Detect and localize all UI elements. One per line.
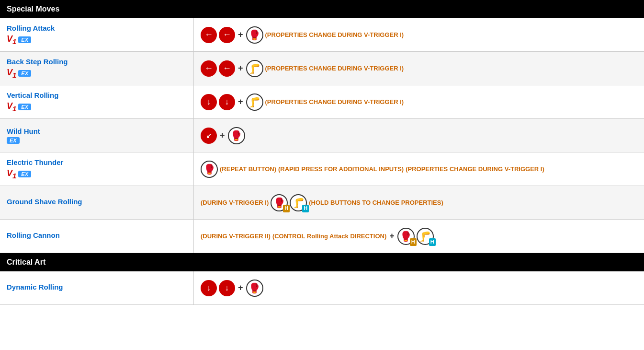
move-name: Ground Shave Rolling bbox=[7, 198, 187, 206]
move-name-col: Wild Hunt EX bbox=[0, 119, 194, 152]
badge-ex: EX bbox=[18, 171, 31, 177]
back-dir-icon2: ← bbox=[219, 27, 235, 43]
punch-icon3: 🥊 bbox=[201, 161, 218, 178]
badge-vi: V1 bbox=[7, 168, 16, 180]
down-dir-icon3: ↓ bbox=[201, 280, 217, 296]
move-input-col: (DURING V-TRIGGER I) 🥊 H 🦵 H (HOLD BUTTO… bbox=[194, 186, 644, 219]
kick-icon: 🦵 bbox=[246, 60, 263, 77]
move-row-vertical-rolling: Vertical Rolling V1 EX ↓ ↓ + 🦵 (PROPERTI… bbox=[0, 85, 644, 119]
move-name: Back Step Rolling bbox=[7, 58, 187, 66]
rapid-text: (RAPID PRESS FOR ADDITIONAL INPUTS) bbox=[278, 165, 404, 173]
down-dir-icon4: ↓ bbox=[219, 280, 235, 296]
half-back-icon: ↙ bbox=[201, 128, 217, 144]
move-row-electric-thunder: Electric Thunder V1 EX 🥊 (REPEAT BUTTON)… bbox=[0, 152, 644, 186]
special-moves-title: Special Moves bbox=[7, 5, 59, 13]
down-dir-icon: ↓ bbox=[201, 94, 217, 110]
badge-ex: EX bbox=[7, 137, 20, 144]
move-name: Rolling Attack bbox=[7, 24, 187, 32]
critical-art-title: Critical Art bbox=[7, 258, 45, 266]
move-name: Rolling Cannon bbox=[7, 231, 187, 239]
move-badges: V1 EX bbox=[7, 34, 187, 46]
repeat-text: (REPEAT BUTTON) bbox=[220, 165, 276, 173]
move-input-col: 🥊 (REPEAT BUTTON) (RAPID PRESS FOR ADDIT… bbox=[194, 152, 644, 186]
move-badges: V1 EX bbox=[7, 101, 187, 113]
critical-art-header: Critical Art bbox=[0, 253, 644, 271]
input-text: (PROPERTIES CHANGE DURING V-TRIGGER I) bbox=[265, 31, 404, 38]
badge-vi: V1 bbox=[7, 68, 16, 79]
properties-text: (PROPERTIES CHANGE DURING V-TRIGGER I) bbox=[406, 165, 544, 173]
move-input-col: ← ← + 🥊 (PROPERTIES CHANGE DURING V-TRIG… bbox=[194, 18, 644, 51]
badge-ex: EX bbox=[18, 70, 31, 77]
h-tag-orange2: H bbox=[410, 238, 417, 245]
badge-vi: V1 bbox=[7, 101, 16, 113]
plus-sign: + bbox=[389, 231, 395, 241]
move-badges: V1 EX bbox=[7, 68, 187, 79]
move-name-col: Rolling Attack V1 EX bbox=[0, 18, 194, 51]
plus-sign: + bbox=[238, 283, 243, 293]
control-text: (CONTROL Rolling Attack DIRECTION) bbox=[272, 233, 386, 240]
move-input-col: (DURING V-TRIGGER II) (CONTROL Rolling A… bbox=[194, 220, 644, 253]
move-name: Vertical Rolling bbox=[7, 91, 187, 99]
back-dir-icon: ← bbox=[201, 27, 217, 43]
move-row-back-step-rolling: Back Step Rolling V1 EX ← ← + 🦵 (PROPERT… bbox=[0, 52, 644, 85]
move-name-col: Ground Shave Rolling bbox=[0, 186, 194, 219]
move-input-col: ← ← + 🦵 (PROPERTIES CHANGE DURING V-TRIG… bbox=[194, 52, 644, 85]
punch-icon: 🥊 bbox=[246, 26, 263, 44]
kick-icon2: 🦵 bbox=[246, 93, 263, 111]
badge-ex: EX bbox=[18, 104, 31, 110]
back-dir-icon2: ← bbox=[219, 60, 235, 77]
input-text: (PROPERTIES CHANGE DURING V-TRIGGER I) bbox=[265, 98, 404, 105]
badge-vi: V1 bbox=[7, 34, 16, 46]
back-dir-icon: ← bbox=[201, 60, 217, 77]
badge-ex: EX bbox=[18, 36, 31, 43]
plus-sign: + bbox=[238, 97, 243, 107]
move-input-col: ↙ + 🥊 bbox=[194, 119, 644, 152]
kick-h-wrapper: 🦵 H bbox=[290, 194, 307, 211]
move-name: Dynamic Rolling bbox=[7, 283, 187, 291]
input-text: (PROPERTIES CHANGE DURING V-TRIGGER I) bbox=[265, 65, 404, 72]
move-name: Electric Thunder bbox=[7, 158, 187, 166]
move-name-col: Back Step Rolling V1 EX bbox=[0, 52, 194, 85]
plus-sign: + bbox=[238, 30, 243, 40]
special-moves-header: Special Moves bbox=[0, 0, 644, 18]
h-tag-cyan: H bbox=[302, 205, 309, 212]
move-name-col: Vertical Rolling V1 EX bbox=[0, 85, 194, 118]
punch-h-wrapper2: 🥊 H bbox=[397, 228, 415, 245]
move-name-col: Electric Thunder V1 EX bbox=[0, 152, 194, 186]
move-name-col: Rolling Cannon bbox=[0, 220, 194, 253]
move-name-col: Dynamic Rolling bbox=[0, 271, 194, 304]
plus-sign: + bbox=[238, 63, 243, 73]
kick-h-wrapper2: 🦵 H bbox=[417, 228, 434, 245]
move-badges: EX bbox=[7, 137, 187, 144]
move-row-rolling-attack: Rolling Attack V1 EX ← ← + 🥊 (PROPERTIES… bbox=[0, 18, 644, 52]
punch-icon2: 🥊 bbox=[228, 127, 245, 144]
punch-h-wrapper: 🥊 H bbox=[271, 194, 288, 211]
move-row-wild-hunt: Wild Hunt EX ↙ + 🥊 bbox=[0, 119, 644, 152]
punch-icon4: 🥊 bbox=[246, 280, 263, 297]
move-input-col: ↓ ↓ + 🦵 (PROPERTIES CHANGE DURING V-TRIG… bbox=[194, 85, 644, 118]
move-name: Wild Hunt bbox=[7, 127, 187, 135]
move-input-col: ↓ ↓ + 🥊 bbox=[194, 271, 644, 304]
move-badges: V1 EX bbox=[7, 168, 187, 180]
move-row-dynamic-rolling: Dynamic Rolling ↓ ↓ + 🥊 bbox=[0, 271, 644, 305]
plus-sign: + bbox=[220, 130, 225, 140]
during-v2-text: (DURING V-TRIGGER II) bbox=[201, 233, 271, 240]
move-row-rolling-cannon: Rolling Cannon (DURING V-TRIGGER II) (CO… bbox=[0, 220, 644, 253]
h-tag-cyan2: H bbox=[429, 238, 436, 245]
h-tag-orange: H bbox=[283, 205, 290, 212]
during-text: (DURING V-TRIGGER I) bbox=[201, 199, 269, 206]
down-dir-icon2: ↓ bbox=[219, 94, 235, 110]
hold-text: (HOLD BUTTONS TO CHANGE PROPERTIES) bbox=[309, 199, 443, 206]
move-row-ground-shave-rolling: Ground Shave Rolling (DURING V-TRIGGER I… bbox=[0, 186, 644, 220]
